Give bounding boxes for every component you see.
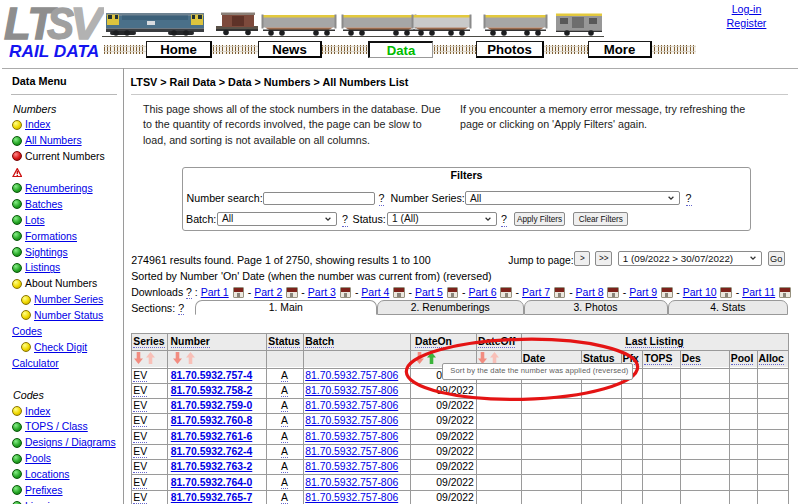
- svg-text:V: V: [70, 0, 104, 42]
